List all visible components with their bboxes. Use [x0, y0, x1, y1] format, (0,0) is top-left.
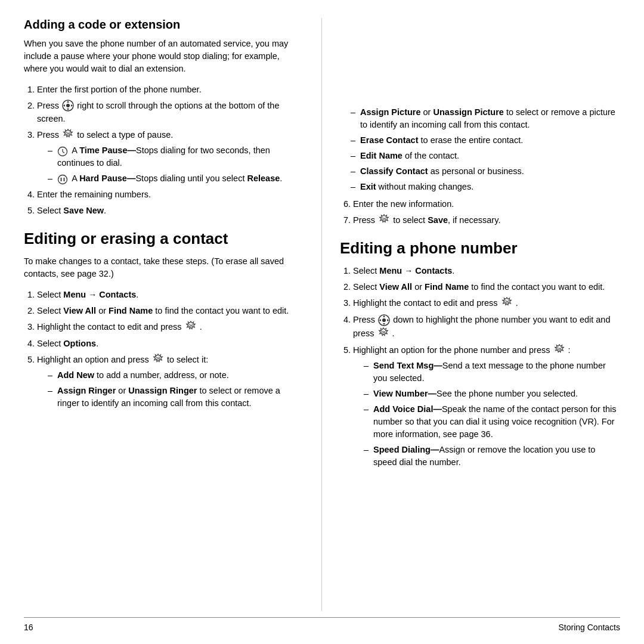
step-3-adding: Press OK to select a type of pause.	[37, 129, 304, 185]
option-view-number: View Number—See the phone number you sel…	[364, 388, 620, 400]
left-column: Adding a code or extension When you save…	[24, 18, 322, 611]
option-exit: Exit without making changes.	[351, 181, 620, 193]
section-editing-erasing-intro: To make changes to a contact, take these…	[24, 255, 304, 280]
time-pause-icon	[57, 146, 68, 157]
step-7-right: Press OK to select Save, if necessary.	[353, 214, 620, 227]
options-list-right: Assign Picture or Unassign Picture to se…	[340, 106, 620, 193]
option-assign-picture: Assign Picture or Unassign Picture to se…	[351, 106, 620, 131]
section-editing-phone-title: Editing a phone number	[340, 239, 620, 258]
svg-text:OK: OK	[66, 132, 70, 135]
option-speed-dialing: Speed Dialing—Assign or remove the locat…	[364, 444, 620, 469]
phone-number-options-list: Send Text Msg—Send a text message to the…	[353, 360, 620, 469]
option-classify-contact: Classify Contact as personal or business…	[351, 165, 620, 178]
section-editing-erasing-title: Editing or erasing a contact	[24, 230, 304, 248]
nav-scroll-icon	[61, 99, 75, 112]
page-number: 16	[24, 623, 33, 632]
section-editing-erasing: Editing or erasing a contact To make cha…	[24, 230, 304, 410]
svg-marker-5	[71, 104, 73, 107]
hard-pause-item: A Hard Pause—Stops dialing until you sel…	[48, 172, 304, 185]
ok-button-icon-4: OK	[377, 213, 391, 227]
options-list-left: Add New to add a number, address, or not…	[37, 369, 304, 410]
svg-marker-20	[383, 323, 385, 325]
step-6-right: Enter the new information.	[353, 198, 620, 210]
svg-text:OK: OK	[504, 300, 509, 304]
ok-button-icon-1: OK	[61, 128, 75, 141]
svg-line-9	[63, 151, 64, 153]
step-1-edit: Select Menu → Contacts.	[37, 289, 304, 301]
step-2-phone: Select View All or Find Name to find the…	[353, 281, 620, 293]
option-erase-contact: Erase Contact to erase the entire contac…	[351, 134, 620, 147]
ok-button-icon-3: OK	[151, 353, 165, 366]
section-adding-code: Adding a code or extension When you save…	[24, 18, 304, 218]
option-assign-ringer: Assign Ringer or Unassign Ringer to sele…	[48, 385, 304, 410]
svg-marker-3	[67, 109, 69, 110]
ok-button-icon-7: OK	[553, 343, 566, 357]
ok-button-icon-5: OK	[500, 296, 513, 309]
option-send-text: Send Text Msg—Send a text message to the…	[364, 360, 620, 385]
svg-point-18	[382, 318, 386, 322]
time-pause-item: A Time Pause—Stops dialing for two secon…	[48, 144, 304, 169]
svg-marker-21	[379, 319, 381, 321]
right-column: Assign Picture or Unassign Picture to se…	[322, 18, 620, 611]
svg-point-10	[58, 175, 67, 184]
step-1-adding: Enter the first portion of the phone num…	[37, 83, 304, 96]
step-5-edit: Highlight an option and press OK to sele…	[37, 354, 304, 410]
hard-pause-icon	[57, 174, 68, 185]
step-1-phone: Select Menu → Contacts.	[353, 265, 620, 277]
section-adding-code-title: Adding a code or extension	[24, 18, 304, 32]
svg-text:OK: OK	[557, 347, 562, 351]
step-4-phone: Press down to highlight the phone number…	[353, 314, 620, 340]
page: Adding a code or extension When you save…	[0, 0, 644, 644]
ok-button-icon-2: OK	[184, 320, 197, 333]
svg-point-1	[66, 104, 70, 107]
step-3-edit: Highlight the contact to edit and press …	[37, 321, 304, 334]
ok-button-icon-6: OK	[377, 327, 390, 340]
option-edit-name: Edit Name of the contact.	[351, 150, 620, 162]
adding-code-steps: Enter the first portion of the phone num…	[24, 83, 304, 217]
page-footer: 16 Storing Contacts	[24, 617, 620, 632]
svg-text:OK: OK	[382, 217, 386, 221]
svg-marker-19	[383, 315, 385, 317]
section-adding-code-intro: When you save the phone number of an aut…	[24, 38, 304, 75]
svg-text:OK: OK	[381, 330, 386, 333]
option-add-new: Add New to add a number, address, or not…	[48, 369, 304, 382]
two-column-layout: Adding a code or extension When you save…	[24, 18, 620, 611]
editing-erasing-steps: Select Menu → Contacts. Select View All …	[24, 289, 304, 410]
svg-text:OK: OK	[188, 323, 193, 327]
step-5-phone: Highlight an option for the phone number…	[353, 344, 620, 469]
svg-marker-22	[387, 319, 389, 321]
step-2-edit: Select View All or Find Name to find the…	[37, 305, 304, 317]
pause-type-list: A Time Pause—Stops dialing for two secon…	[37, 144, 304, 185]
continued-steps-right: Enter the new information. Press OK to s…	[340, 198, 620, 227]
step-3-phone: Highlight the contact to edit and press …	[353, 297, 620, 310]
step-4-edit: Select Options.	[37, 338, 304, 350]
footer-section-title: Storing Contacts	[559, 623, 621, 632]
option-add-voice-dial: Add Voice Dial—Speak the name of the con…	[364, 403, 620, 441]
step-2-adding: Press right to scroll through the option…	[37, 100, 304, 125]
step-4-adding: Enter the remaining numbers.	[37, 188, 304, 201]
svg-marker-4	[63, 104, 65, 107]
editing-phone-steps: Select Menu → Contacts. Select View All …	[340, 265, 620, 469]
section-editing-phone: Editing a phone number Select Menu → Con…	[340, 239, 620, 469]
svg-marker-2	[67, 101, 69, 103]
svg-text:OK: OK	[156, 356, 160, 360]
nav-scroll-icon-2	[377, 314, 391, 327]
step-5-adding: Select Save New.	[37, 205, 304, 217]
